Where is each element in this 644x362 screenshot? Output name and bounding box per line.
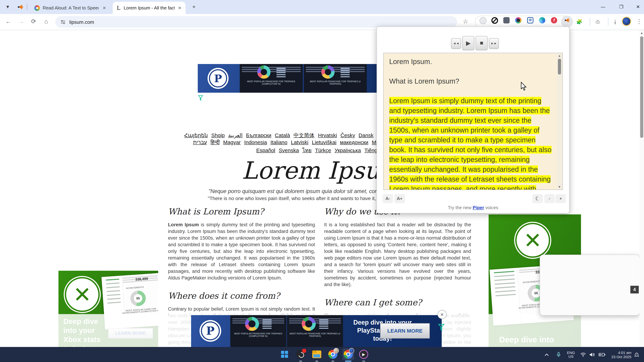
tab-close-icon[interactable]: ✕ bbox=[177, 5, 182, 11]
extensions-pill bbox=[475, 16, 572, 28]
language-link[interactable]: Català bbox=[275, 132, 290, 138]
address-bar[interactable]: lipsum.com bbox=[55, 16, 457, 28]
bookmark-star-icon[interactable]: ☆ bbox=[460, 17, 470, 26]
site-settings-icon[interactable] bbox=[60, 19, 66, 25]
language-link[interactable]: Indonesia bbox=[244, 139, 267, 145]
language-link[interactable]: Türkçe bbox=[315, 147, 331, 153]
back-icon[interactable]: ← bbox=[4, 17, 13, 26]
window-minimize-button[interactable]: — bbox=[595, 0, 611, 14]
popup-scrollbar[interactable]: ▲ ▼ bbox=[557, 53, 562, 189]
play-button[interactable]: ▶ bbox=[462, 36, 474, 50]
language-link[interactable]: Українська bbox=[334, 147, 361, 153]
language-link[interactable]: 中文简体 bbox=[294, 132, 314, 138]
profile1-avatar bbox=[334, 348, 339, 353]
tab-title: Lorem Ipsum - All the facts - Li bbox=[124, 5, 175, 10]
reload-icon[interactable]: ⟳ bbox=[29, 17, 38, 26]
tab-lorem-ipsum[interactable]: L Lorem Ipsum - All the facts - Li ✕ bbox=[113, 2, 186, 14]
psnprofiles-logo: P bbox=[200, 320, 221, 342]
microphone-icon[interactable] bbox=[556, 347, 564, 362]
font-increase-button[interactable]: A+ bbox=[394, 194, 405, 203]
reader-extension-icon[interactable] bbox=[527, 17, 534, 23]
read-aloud-pinned-icon[interactable] bbox=[17, 3, 24, 10]
rewind-button[interactable]: ◄◄ bbox=[451, 38, 461, 49]
tab-close-icon[interactable]: ✕ bbox=[102, 5, 107, 11]
language-link[interactable]: Latviski bbox=[291, 139, 308, 145]
scrollbar-thumb[interactable] bbox=[640, 36, 643, 138]
adchoices-funnel-icon[interactable] bbox=[198, 95, 203, 101]
camera-extension-icon[interactable] bbox=[515, 17, 522, 23]
zoom-out-button[interactable]: - bbox=[544, 194, 555, 203]
window-close-button[interactable]: ✕ bbox=[630, 0, 644, 14]
url-text[interactable]: lipsum.com bbox=[69, 19, 94, 25]
language-link[interactable]: Italiano bbox=[270, 139, 288, 145]
language-link[interactable]: Български bbox=[246, 132, 272, 138]
language-link[interactable]: עברית bbox=[193, 139, 207, 145]
language-link[interactable]: Hrvatski bbox=[318, 132, 337, 138]
language-link[interactable]: Español bbox=[256, 147, 275, 153]
scroll-up-icon[interactable]: ▲ bbox=[640, 31, 644, 36]
clock[interactable]: 4:01 am23 Oct 2025 bbox=[610, 347, 632, 362]
language-link[interactable]: Magyar bbox=[223, 139, 240, 145]
chrome-profile2-icon-active[interactable] bbox=[342, 348, 354, 360]
extensions-puzzle-icon[interactable]: 🧩 bbox=[574, 17, 584, 26]
volume-icon[interactable] bbox=[590, 347, 596, 362]
tab-search-chevron-icon[interactable]: ▼ bbox=[4, 3, 11, 10]
piper-link[interactable]: Piper bbox=[473, 205, 484, 210]
language-link[interactable]: Հայերեն bbox=[184, 132, 208, 138]
dark-mode-button[interactable]: ☾ bbox=[532, 194, 543, 203]
menu-kebab-icon[interactable]: ⋮ bbox=[634, 17, 644, 26]
swirl-extension-icon[interactable] bbox=[539, 17, 545, 23]
media-player-icon[interactable]: ▶ bbox=[358, 348, 370, 360]
profile2-avatar bbox=[349, 348, 354, 353]
close-ad-icon[interactable]: ✕ bbox=[438, 310, 446, 319]
language-link[interactable]: हिन्दी bbox=[210, 139, 220, 145]
time-text: 4:01 am bbox=[612, 350, 632, 355]
battery-icon bbox=[598, 347, 607, 362]
font-decrease-button[interactable]: A- bbox=[382, 194, 393, 203]
tab-read-aloud[interactable]: Read Aloud: A Text to Speech V ✕ bbox=[31, 2, 110, 14]
stop-button[interactable]: ■ bbox=[476, 36, 488, 50]
gray-extension-icon[interactable] bbox=[503, 17, 510, 23]
read-aloud-text-area[interactable]: Lorem Ipsum. What is Lorem Ipsum? Lorem … bbox=[383, 53, 563, 190]
language-link[interactable]: Česky bbox=[340, 132, 355, 138]
read-aloud-text: Lorem Ipsum. What is Lorem Ipsum? Lorem … bbox=[389, 57, 552, 190]
language-link[interactable]: Lietuviškai bbox=[312, 139, 336, 145]
print-icon[interactable]: ⎙ bbox=[593, 17, 603, 26]
download-icon[interactable]: ⭳ bbox=[610, 17, 620, 26]
language-link[interactable]: العربية bbox=[228, 132, 242, 138]
flash-extension-icon[interactable]: f bbox=[551, 17, 557, 23]
file-explorer-icon[interactable] bbox=[311, 348, 323, 360]
tray-chevron-up-icon[interactable] bbox=[544, 347, 552, 362]
ps-learn-more-button[interactable]: LEARN MORE bbox=[380, 323, 430, 339]
forward-icon[interactable]: → bbox=[16, 17, 26, 26]
wifi-icon[interactable] bbox=[580, 347, 587, 362]
popup-line-title: Lorem Ipsum. bbox=[389, 57, 552, 66]
megaphone-icon bbox=[564, 17, 570, 23]
read-aloud-extension-icon[interactable] bbox=[564, 17, 570, 23]
forward-button[interactable]: ►► bbox=[489, 38, 499, 49]
language-link[interactable]: Shqip bbox=[211, 132, 225, 138]
scroll-up-icon[interactable]: ▲ bbox=[557, 53, 562, 58]
highlighted-sentence: Lorem Ipsum is simply dummy text of the … bbox=[389, 97, 552, 190]
obs-icon[interactable] bbox=[295, 348, 306, 360]
adchoices-funnel-icon[interactable] bbox=[438, 324, 444, 331]
zoom-in-button[interactable]: + bbox=[556, 194, 566, 203]
shield-extension-icon[interactable] bbox=[480, 17, 486, 24]
section-body-why: It is a long established fact that a rea… bbox=[324, 221, 471, 288]
popup-scrollbar-thumb[interactable] bbox=[558, 59, 561, 74]
window-maximize-button[interactable]: ❐ bbox=[613, 0, 629, 14]
language-indicator[interactable]: ENGUS bbox=[567, 347, 575, 362]
start-button[interactable] bbox=[278, 348, 290, 360]
page-scrollbar[interactable]: ▲ bbox=[640, 30, 644, 347]
scroll-down-icon[interactable]: ▼ bbox=[557, 185, 562, 189]
home-icon[interactable]: ⌂ bbox=[41, 17, 51, 26]
language-link[interactable]: Svenska bbox=[279, 147, 299, 153]
notification-bell-icon[interactable]: z bbox=[634, 347, 641, 362]
language-link[interactable]: Dansk bbox=[358, 132, 374, 138]
chrome-profile1-icon[interactable] bbox=[327, 348, 339, 360]
language-link[interactable]: македонски bbox=[340, 139, 368, 145]
new-tab-button[interactable]: + bbox=[190, 3, 198, 11]
language-link[interactable]: ไทย bbox=[302, 147, 312, 153]
profile-avatar[interactable] bbox=[622, 17, 631, 26]
ad-chart1-title: MOST POPULAR FRANCHISE FOR TROPHIES (COM… bbox=[232, 333, 285, 338]
